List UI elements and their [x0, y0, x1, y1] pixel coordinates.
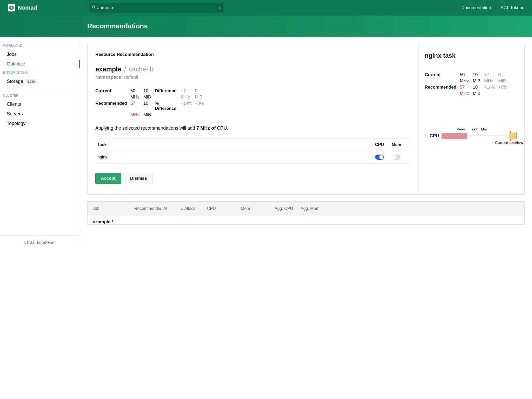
- search-shortcut-key: /: [217, 4, 223, 11]
- arrow-up-icon: ↑: [425, 133, 427, 139]
- th-mem: Mem: [241, 206, 275, 211]
- chart-row: ↑ CPU: [425, 132, 518, 139]
- card-subhead: Resource Recommendation: [95, 52, 410, 57]
- label-recommended: Recommended: [95, 101, 130, 111]
- label-pct-diff: % Difference: [155, 101, 181, 111]
- th-rec-at: Recommended At: [134, 206, 181, 211]
- th-task: Task: [97, 142, 375, 147]
- documentation-link[interactable]: Documentation: [461, 5, 491, 10]
- sidebar-group-workload: WORKLOAD: [3, 42, 77, 50]
- recommendations-table: Job Recommended At # Allocs CPU Mem Agg.…: [87, 201, 525, 225]
- task-table-header: Task CPU Mem: [95, 139, 410, 151]
- sidebar-item-jobs[interactable]: Jobs: [3, 50, 77, 59]
- diff-mem: 0: [195, 88, 206, 94]
- accept-button[interactable]: Accept: [95, 173, 121, 184]
- top-nav: Nomad Jump to / Documentation ACL Tokens: [0, 0, 532, 16]
- recommendations-table-row[interactable]: example /: [88, 216, 524, 224]
- chart-max-label: Max: [481, 127, 488, 131]
- current-mem-unit: MiB: [143, 95, 155, 100]
- diff-cpu: +7: [181, 88, 195, 94]
- chart-new-label: New: [515, 140, 523, 145]
- rec-mem-unit: MiB: [143, 112, 155, 117]
- stats-grid: Current 50 10 Difference +7 0 MHz MiB MH…: [95, 88, 410, 117]
- main-content: Resource Recommendation example / cache-…: [80, 37, 532, 250]
- rec-cpu-unit: MHz: [130, 112, 143, 117]
- th-cpu: CPU: [375, 142, 392, 147]
- th-cpu: CPU: [207, 206, 241, 211]
- sidebar-item-topology[interactable]: Topology: [3, 119, 77, 128]
- cpu-toggle[interactable]: [375, 155, 384, 160]
- mem-toggle[interactable]: [392, 155, 401, 160]
- t-rec-cpu: 57: [460, 85, 473, 90]
- chart-top-labels: Mean 99th Max: [445, 127, 518, 132]
- acl-tokens-link[interactable]: ACL Tokens: [501, 5, 524, 10]
- sidebar: WORKLOAD Jobs Optimize INTEGRATIONS Stor…: [0, 37, 80, 250]
- job-name: example: [95, 65, 121, 73]
- chart-bar: [442, 132, 518, 139]
- jump-to-search[interactable]: Jump to /: [89, 3, 224, 13]
- impact-sentence: Applying the selected recommendations wi…: [95, 125, 410, 132]
- action-buttons: Accept Dismiss: [95, 173, 410, 184]
- cpu-chart: Mean 99th Max ↑ CPU: [425, 127, 518, 146]
- diff-cpu-unit: MHz: [181, 95, 195, 100]
- sidebar-item-optimize[interactable]: Optimize: [3, 59, 77, 69]
- brand[interactable]: Nomad: [8, 4, 37, 11]
- chart-bottom-labels: Current +14% New: [445, 140, 518, 146]
- th-job: Job: [93, 206, 134, 211]
- nomad-logo-icon: [8, 4, 15, 11]
- task-group-name: cache-lb: [129, 65, 154, 73]
- page-header: Recommendations: [0, 16, 532, 37]
- topnav-links: Documentation ACL Tokens: [461, 5, 524, 10]
- task-stats-grid: Current 50 10 +7 0 MHz MiB MHz MiB Recom…: [425, 72, 518, 96]
- sidebar-item-servers[interactable]: Servers: [3, 109, 77, 119]
- t-rec-mem-unit: MiB: [473, 91, 484, 96]
- task-row-nginx[interactable]: nginx: [95, 151, 410, 164]
- rec-mem: 10: [143, 101, 155, 111]
- t-pct-mem: +0%: [498, 85, 510, 90]
- brand-name: Nomad: [18, 4, 37, 11]
- tlabel-recommended: Recommended: [425, 85, 460, 90]
- t-rec-cpu-unit: MHz: [460, 91, 473, 96]
- t-diff-cpu-unit: MHz: [484, 78, 498, 84]
- t-current-mem-unit: MiB: [473, 78, 484, 84]
- recommendations-table-header: Job Recommended At # Allocs CPU Mem Agg.…: [88, 202, 524, 216]
- job-separator: /: [123, 65, 127, 73]
- tlabel-current: Current: [425, 72, 460, 77]
- search-icon: [92, 5, 96, 10]
- dismiss-button[interactable]: Dismiss: [125, 173, 152, 184]
- svg-point-2: [92, 6, 95, 8]
- t-current-cpu-unit: MHz: [460, 78, 473, 84]
- pct-mem: +0%: [195, 101, 206, 111]
- version-label: v1.0.0-beta2+ent: [0, 235, 80, 245]
- chart-99th-label: 99th: [472, 127, 478, 131]
- t-diff-mem-unit: MiB: [498, 78, 510, 84]
- task-name: nginx: [97, 155, 375, 159]
- t-diff-cpu: +7: [484, 72, 498, 77]
- t-diff-mem: 0: [498, 72, 510, 77]
- chart-current-label: Current: [495, 140, 508, 145]
- th-allocs: # Allocs: [181, 206, 207, 211]
- beta-badge: BETA: [26, 79, 37, 84]
- pct-cpu: +14%: [181, 101, 195, 111]
- t-pct-cpu: +14%: [484, 85, 498, 90]
- label-current: Current: [95, 88, 130, 94]
- namespace-line: Namespace: default: [95, 75, 410, 80]
- current-mem: 10: [143, 88, 155, 94]
- th-mem: Mem: [392, 142, 408, 147]
- nav-divider: [496, 5, 496, 10]
- search-placeholder: Jump to: [97, 5, 113, 10]
- svg-marker-1: [11, 6, 12, 9]
- sidebar-item-storage[interactable]: Storage BETA: [3, 77, 77, 86]
- task-table: Task CPU Mem nginx: [95, 138, 410, 164]
- diff-mem-unit: MiB: [195, 95, 206, 100]
- sidebar-divider: [3, 89, 77, 89]
- page-title: Recommendations: [87, 22, 532, 30]
- th-agg-cpu: Agg. CPU: [275, 206, 301, 211]
- sidebar-group-integrations: INTEGRATIONS: [3, 69, 77, 77]
- chart-axis-label: CPU: [430, 133, 439, 138]
- row-job: example /: [93, 219, 134, 224]
- t-current-cpu: 50: [460, 72, 473, 77]
- chart-mean-label: Mean: [456, 127, 465, 131]
- sidebar-item-clients[interactable]: Clients: [3, 99, 77, 109]
- recommendation-summary: Resource Recommendation example / cache-…: [88, 44, 418, 194]
